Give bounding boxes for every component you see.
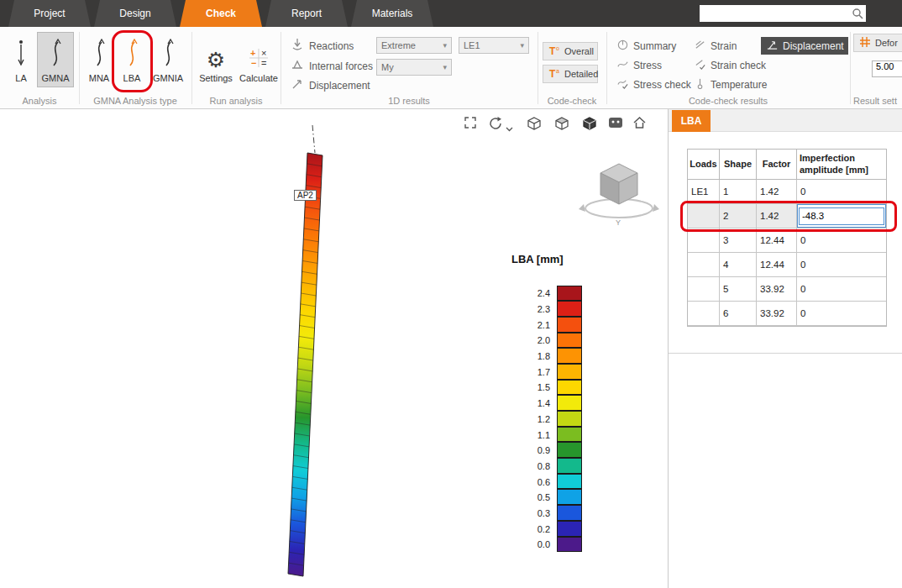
strain-item[interactable]: Strain: [694, 39, 737, 54]
cell-amplitude[interactable]: 0: [797, 253, 886, 277]
search-box[interactable]: [700, 5, 866, 22]
cell-loads[interactable]: [688, 277, 720, 302]
rotate-view-icon[interactable]: [489, 116, 503, 134]
cell-factor[interactable]: 12.44: [757, 228, 797, 253]
legend-value: 2.4: [517, 288, 557, 298]
panel-divider-vertical: [668, 109, 669, 588]
tab-materials[interactable]: Materials: [351, 0, 433, 27]
model-column[interactable]: [288, 153, 323, 576]
lba-shapes-table: Loads Shape Factor Imperfection amplitud…: [687, 149, 887, 327]
search-icon[interactable]: [852, 8, 863, 23]
load-case-dropdown-value: LE1: [464, 40, 480, 50]
search-input[interactable]: [700, 5, 866, 22]
stress-item[interactable]: Stress: [616, 58, 662, 73]
detailed-button[interactable]: Ta Detailed: [543, 65, 598, 83]
table-row[interactable]: 412.440: [688, 253, 886, 277]
cell-shape[interactable]: 6: [720, 302, 757, 326]
tab-check[interactable]: Check: [180, 0, 262, 27]
rotate-options-chevron-icon[interactable]: [506, 120, 513, 135]
cell-loads[interactable]: [688, 253, 720, 277]
table-row[interactable]: 21.42: [688, 204, 886, 228]
cell-factor[interactable]: 33.92: [757, 277, 797, 302]
tab-report[interactable]: Report: [265, 0, 348, 27]
table-row[interactable]: 312.440: [688, 228, 886, 253]
component-dropdown[interactable]: My ▾: [376, 59, 452, 76]
stress-check-item[interactable]: Stress check: [616, 77, 691, 92]
legend-value: 0.2: [517, 524, 557, 534]
group-caption-analysis: Analysis: [0, 96, 79, 106]
cell-amplitude[interactable]: 0: [797, 228, 886, 253]
gmnia-label: GMNIA: [153, 73, 183, 83]
lba-button[interactable]: LBA: [118, 32, 146, 87]
cell-loads[interactable]: LE1: [688, 180, 720, 204]
table-row[interactable]: 633.920: [688, 302, 886, 326]
cell-shape[interactable]: 5: [720, 277, 757, 302]
cell-loads[interactable]: [688, 204, 720, 228]
deformation-scale-input[interactable]: 5.00: [872, 60, 902, 77]
gmna-button[interactable]: GMNA: [37, 32, 74, 87]
cell-shape[interactable]: 3: [720, 228, 757, 253]
load-case-dropdown[interactable]: LE1 ▾: [459, 37, 529, 54]
la-button[interactable]: LA: [8, 32, 34, 87]
amplitude-input[interactable]: [799, 207, 884, 225]
extreme-dropdown[interactable]: Extreme ▾: [376, 37, 452, 54]
svg-text:=: =: [261, 58, 266, 68]
mna-button[interactable]: MNA: [84, 32, 114, 87]
deformation-label: Defor: [875, 38, 898, 48]
legend-value: 0.6: [517, 477, 557, 487]
strain-check-item[interactable]: Strain check: [694, 58, 766, 73]
cell-factor[interactable]: 12.44: [757, 253, 797, 277]
lba-label: LBA: [123, 73, 141, 83]
legend-swatch: [557, 380, 582, 396]
shaded-view-icon[interactable]: [554, 116, 569, 134]
group-caption-codecheck-results: Code-check results: [606, 96, 850, 106]
calculate-button[interactable]: +×−= Calculate: [239, 32, 279, 87]
table-row[interactable]: LE111.420: [688, 180, 886, 204]
group-caption-result-settings: Result sett: [853, 96, 902, 106]
tab-project[interactable]: Project: [8, 0, 91, 27]
legend-value: 2.1: [517, 320, 557, 330]
group-caption-gmna-type: GMNA Analysis type: [79, 96, 191, 106]
detailed-label: Detailed: [564, 69, 598, 79]
cell-amplitude[interactable]: 0: [797, 277, 886, 302]
cell-loads[interactable]: [688, 228, 720, 253]
cell-shape[interactable]: 1: [720, 180, 757, 204]
table-row[interactable]: 533.920: [688, 277, 886, 302]
cell-factor[interactable]: 1.42: [757, 204, 797, 228]
header-amplitude: Imperfection amplitude [mm]: [797, 150, 886, 180]
node-label: AP2: [294, 190, 317, 201]
reactions-item[interactable]: Reactions: [291, 38, 354, 54]
legend-value: 0.9: [517, 445, 557, 455]
summary-item[interactable]: Summary: [616, 39, 676, 54]
appearance-icon[interactable]: [608, 116, 623, 133]
cell-factor[interactable]: 1.42: [757, 180, 797, 204]
displacement-item[interactable]: Displacement: [291, 77, 370, 93]
gmnia-button[interactable]: GMNIA: [149, 32, 187, 87]
legend-swatch: [557, 395, 582, 411]
cell-loads[interactable]: [688, 302, 720, 326]
wireframe-view-icon[interactable]: [527, 116, 542, 134]
legend-swatch: [557, 301, 582, 317]
solid-view-icon[interactable]: [582, 116, 597, 134]
nav-cube[interactable]: Y: [579, 164, 659, 227]
svg-text:T: T: [549, 68, 556, 80]
internal-forces-item[interactable]: Internal forces: [291, 58, 373, 74]
overall-button[interactable]: To Overall: [543, 42, 598, 60]
tab-design[interactable]: Design: [94, 0, 176, 27]
panel-divider-horizontal: [669, 353, 902, 354]
settings-button[interactable]: ⚙ Settings: [198, 32, 233, 87]
panel-tab-lba[interactable]: LBA: [672, 110, 711, 132]
chevron-down-icon: ▾: [443, 41, 447, 50]
temperature-item[interactable]: Temperature: [694, 77, 767, 92]
deformation-button[interactable]: Defor: [853, 34, 902, 52]
cell-amplitude[interactable]: 0: [797, 180, 886, 204]
displacement-result-item[interactable]: Displacement: [761, 37, 848, 55]
cell-factor[interactable]: 33.92: [757, 302, 797, 326]
cell-amplitude[interactable]: [797, 204, 886, 228]
cell-shape[interactable]: 4: [720, 253, 757, 277]
cell-shape[interactable]: 2: [720, 204, 757, 228]
fit-view-icon[interactable]: [464, 116, 477, 133]
cell-amplitude[interactable]: 0: [797, 302, 886, 326]
home-view-icon[interactable]: [632, 116, 647, 133]
legend-value: 1.5: [517, 382, 557, 392]
